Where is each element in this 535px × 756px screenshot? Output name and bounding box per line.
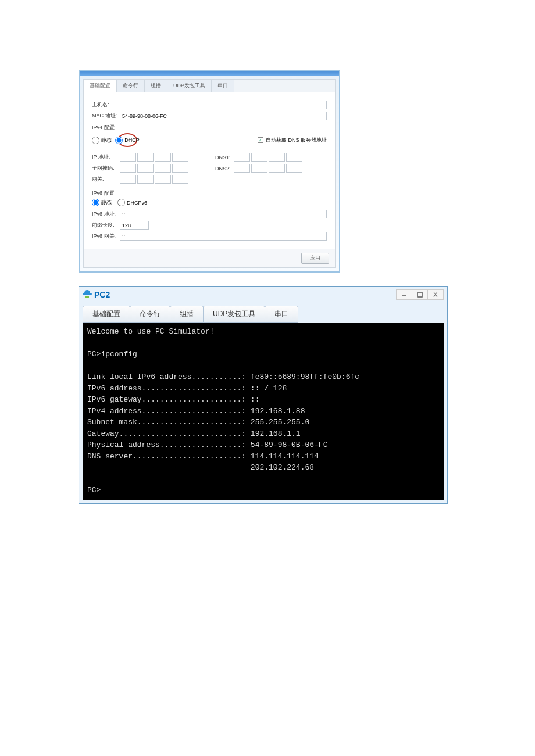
tab-basic-config[interactable]: 基础配置 [84, 80, 117, 92]
win2-titlebar: PC2 X [79, 287, 447, 302]
ipv6-addr-label: IPv6 地址: [92, 210, 120, 218]
tab-serial[interactable]: 串口 [212, 80, 234, 92]
radio-dhcpv6-input[interactable] [117, 199, 125, 206]
ip-label: IP 地址: [92, 153, 120, 161]
win1-titlebar [80, 71, 339, 76]
apply-button[interactable]: 应用 [301, 253, 329, 264]
dns2-octet-1[interactable] [234, 164, 250, 173]
close-button[interactable]: X [427, 289, 444, 300]
terminal-text: Welcome to use PC Simulator! PC>ipconfig… [87, 327, 359, 495]
dhcp-label: DHCP [124, 137, 140, 143]
win1-tabs: 基础配置 命令行 组播 UDP发包工具 串口 [84, 80, 335, 92]
dns2-octet-2[interactable] [251, 164, 268, 173]
radio-dhcp[interactable]: DHCP [115, 137, 140, 144]
tab-multicast[interactable]: 组播 [145, 80, 167, 92]
gw-octet-1[interactable] [120, 175, 136, 184]
hostname-label: 主机名: [92, 101, 120, 109]
radio-static[interactable]: 静态 [92, 137, 112, 144]
maximize-icon [417, 292, 423, 298]
dns1-octet-3[interactable] [269, 153, 285, 162]
mask-octet-3[interactable] [155, 164, 171, 173]
terminal-window: PC2 X 基础配置 命令行 组播 UDP发包工具 串口 [79, 286, 448, 504]
tab-udp-tool[interactable]: UDP发包工具 [167, 80, 212, 92]
mask-octet-1[interactable] [120, 164, 136, 173]
dns2-octet-4[interactable] [286, 164, 302, 173]
dns1-octet-4[interactable] [286, 153, 302, 162]
tab2-udp-tool[interactable]: UDP发包工具 [203, 306, 265, 323]
radio-dhcpv6[interactable]: DHCPv6 [117, 199, 147, 206]
dns1-octet-2[interactable] [251, 153, 268, 162]
dhcp-circled: DHCP [117, 133, 137, 147]
radio-static6[interactable]: 静态 [92, 199, 112, 206]
ip-octet-4[interactable] [172, 153, 188, 162]
static-label: 静态 [101, 137, 112, 144]
ipv6-gw-input[interactable] [120, 232, 327, 241]
radio-dhcp-input[interactable] [115, 137, 123, 144]
dns1-label: DNS1: [215, 155, 234, 160]
minimize-icon [401, 292, 407, 298]
ipv6-addr-input[interactable] [120, 210, 327, 218]
minimize-button[interactable] [396, 289, 412, 300]
ipv4-section-title: IPv4 配置 [92, 124, 327, 131]
ipv6-gw-label: IPv6 网关: [92, 232, 120, 240]
maximize-button[interactable] [412, 289, 428, 300]
ip-octet-3[interactable] [155, 153, 171, 162]
mac-input[interactable] [120, 112, 327, 120]
win2-tabs: 基础配置 命令行 组播 UDP发包工具 串口 [83, 306, 444, 323]
terminal-cursor [101, 486, 101, 495]
close-icon: X [433, 291, 437, 298]
auto-dns-label: 自动获取 DNS 服务器地址 [266, 137, 327, 144]
ipv6-section-title: IPv6 配置 [92, 189, 327, 197]
mac-label: MAC 地址: [92, 112, 120, 120]
prefix-label: 前缀长度: [92, 221, 120, 229]
window-title: PC2 [94, 290, 110, 299]
prefix-input[interactable] [120, 221, 149, 230]
ip-octet-1[interactable] [120, 153, 136, 162]
mask-octet-2[interactable] [137, 164, 154, 173]
config-window: 基础配置 命令行 组播 UDP发包工具 串口 主机名: MAC 地址: IPv4… [79, 70, 340, 273]
gw-octet-3[interactable] [155, 175, 171, 184]
tab2-basic-config[interactable]: 基础配置 [83, 306, 130, 323]
svg-rect-1 [418, 292, 422, 297]
gw-octet-4[interactable] [172, 175, 188, 184]
gw-octet-2[interactable] [137, 175, 154, 184]
mask-octet-4[interactable] [172, 164, 188, 173]
tab2-cli[interactable]: 命令行 [130, 306, 170, 323]
gw-label: 网关: [92, 175, 120, 183]
hostname-input[interactable] [120, 101, 327, 109]
radio-static6-input[interactable] [92, 199, 99, 206]
dns1-octet-1[interactable] [234, 153, 250, 162]
tab-cli[interactable]: 命令行 [117, 80, 145, 92]
app-icon [83, 290, 92, 299]
tab2-multicast[interactable]: 组播 [170, 306, 204, 323]
tab2-serial[interactable]: 串口 [265, 306, 298, 323]
dns2-octet-3[interactable] [269, 164, 285, 173]
mask-label: 子网掩码: [92, 164, 120, 172]
ip-octet-2[interactable] [137, 153, 154, 162]
check-icon: ✓ [258, 137, 263, 143]
terminal-output[interactable]: Welcome to use PC Simulator! PC>ipconfig… [83, 323, 444, 500]
dhcpv6-label: DHCPv6 [127, 200, 147, 206]
static6-label: 静态 [101, 199, 112, 206]
auto-dns-checkbox[interactable]: ✓ 自动获取 DNS 服务器地址 [258, 137, 327, 144]
radio-static-input[interactable] [92, 137, 99, 144]
dns2-label: DNS2: [215, 166, 234, 171]
